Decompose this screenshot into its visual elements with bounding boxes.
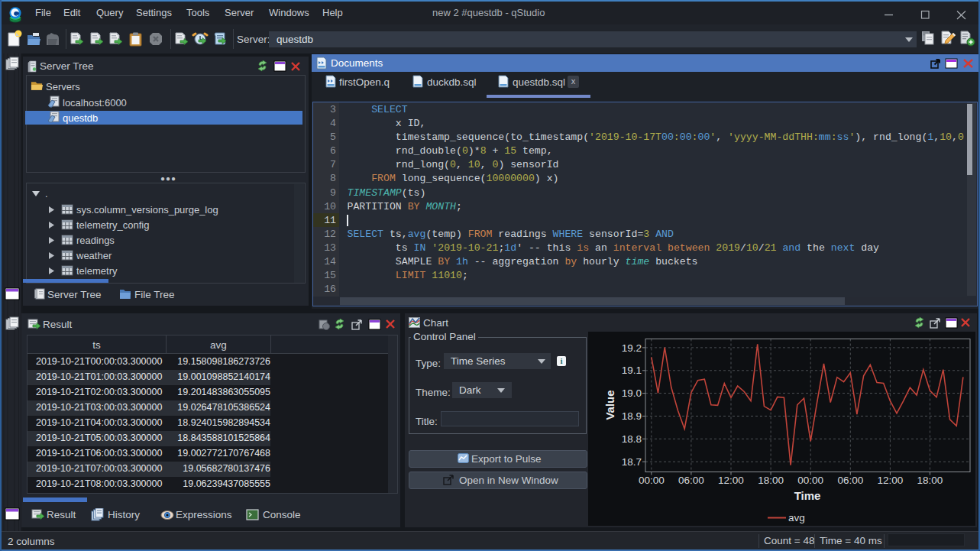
svg-text:18.9: 18.9 — [622, 410, 642, 422]
svg-text:18:00: 18:00 — [917, 475, 943, 486]
svg-text:19.2: 19.2 — [622, 342, 642, 354]
svg-text:avg: avg — [788, 512, 805, 523]
svg-text:18.8: 18.8 — [622, 433, 642, 445]
svg-text:12:00: 12:00 — [718, 475, 744, 486]
svg-text:Value: Value — [603, 390, 616, 420]
svg-text:18.7: 18.7 — [622, 456, 642, 468]
svg-text:00:00: 00:00 — [797, 475, 823, 486]
svg-text:06:00: 06:00 — [837, 475, 863, 486]
svg-text:18:00: 18:00 — [758, 475, 784, 486]
svg-text:19.0: 19.0 — [622, 387, 642, 399]
svg-text:12:00: 12:00 — [878, 475, 904, 486]
svg-text:00:00: 00:00 — [639, 475, 665, 486]
svg-text:06:00: 06:00 — [678, 475, 704, 486]
svg-text:19.1: 19.1 — [622, 365, 642, 376]
svg-text:Time: Time — [794, 489, 821, 502]
